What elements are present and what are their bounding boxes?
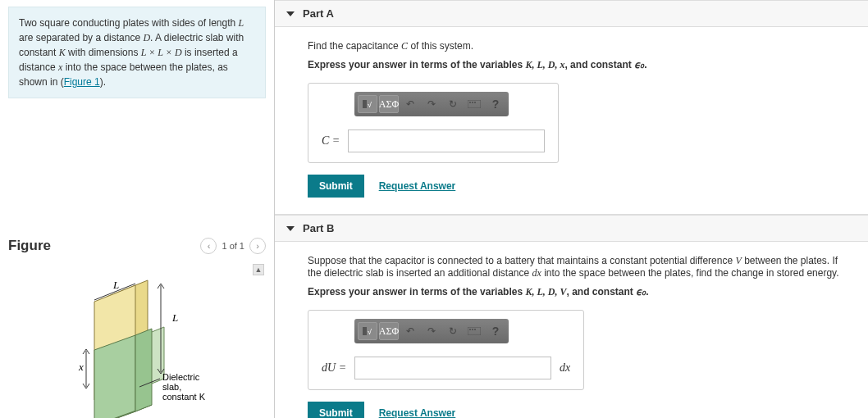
- svg-rect-18: [363, 100, 367, 108]
- part-b-submit-button[interactable]: Submit: [308, 402, 364, 418]
- figure-prev-button[interactable]: ‹: [200, 238, 217, 254]
- template-button[interactable]: √: [358, 95, 377, 113]
- keyboard-button[interactable]: [464, 322, 484, 340]
- figure-image: ▲ ▼ L L x: [8, 264, 266, 418]
- figure-title: Figure: [8, 238, 51, 254]
- greek-button[interactable]: ΑΣΦ: [379, 95, 399, 113]
- svg-marker-5: [135, 329, 152, 411]
- svg-marker-3: [94, 335, 135, 418]
- undo-button[interactable]: ↶: [400, 322, 420, 340]
- svg-rect-26: [468, 327, 481, 335]
- svg-rect-23: [474, 102, 476, 103]
- svg-text:x: x: [78, 361, 84, 373]
- part-a-express: Express your answer in terms of the vari…: [308, 59, 853, 71]
- problem-text: ).: [100, 76, 106, 88]
- part-a-answer-input[interactable]: [348, 129, 545, 152]
- svg-rect-21: [469, 102, 471, 103]
- figure-link[interactable]: Figure 1: [64, 76, 100, 88]
- figure-counter: 1 of 1: [222, 241, 244, 251]
- equation-toolbar: √ ΑΣΦ ↶ ↷ ↻ ?: [354, 319, 509, 343]
- svg-rect-24: [363, 327, 367, 335]
- svg-text:L: L: [112, 279, 119, 291]
- part-b-prompt: Suppose that the capacitor is connected …: [308, 255, 853, 279]
- svg-text:Dielectric: Dielectric: [162, 372, 200, 382]
- svg-rect-27: [469, 329, 471, 330]
- part-a-title: Part A: [303, 7, 334, 20]
- svg-rect-22: [472, 102, 473, 103]
- scroll-up-button[interactable]: ▲: [253, 264, 264, 275]
- part-b-request-answer[interactable]: Request Answer: [379, 407, 456, 418]
- problem-text: Two square conducting plates with sides …: [19, 17, 239, 29]
- problem-statement: Two square conducting plates with sides …: [8, 7, 266, 98]
- part-a-answer-box: √ ΑΣΦ ↶ ↷ ↻ ? C =: [308, 83, 559, 163]
- equation-toolbar: √ ΑΣΦ ↶ ↷ ↻ ?: [354, 92, 509, 116]
- problem-text: are separated by a distance: [19, 32, 143, 43]
- part-a-submit-button[interactable]: Submit: [308, 175, 364, 198]
- var-K: K: [59, 47, 66, 58]
- reset-button[interactable]: ↻: [443, 322, 463, 340]
- equation-suffix: dx: [560, 361, 570, 375]
- svg-text:√: √: [368, 101, 372, 109]
- svg-text:constant K: constant K: [162, 392, 206, 402]
- svg-rect-29: [474, 329, 476, 330]
- equation-lhs: dU =: [322, 361, 346, 375]
- part-a-prompt: Find the capacitance C of this system.: [308, 40, 853, 52]
- caret-down-icon: [286, 226, 295, 231]
- capacitor-diagram: L L x D Dielectric slab, constant K: [16, 272, 230, 418]
- var-L: L: [239, 17, 244, 29]
- part-b-title: Part B: [303, 222, 334, 234]
- reset-button[interactable]: ↻: [443, 95, 463, 113]
- greek-button[interactable]: ΑΣΦ: [379, 322, 399, 340]
- redo-button[interactable]: ↷: [422, 95, 441, 113]
- var-D: D: [143, 32, 150, 43]
- equation-lhs: C =: [322, 134, 340, 148]
- part-a-header[interactable]: Part A: [275, 0, 868, 27]
- var-dims: L × L × D: [141, 47, 182, 58]
- svg-text:√: √: [368, 328, 372, 336]
- template-button[interactable]: √: [358, 322, 377, 340]
- svg-text:L: L: [171, 311, 178, 324]
- redo-button[interactable]: ↷: [422, 322, 441, 340]
- part-b-express: Express your answer in terms of the vari…: [308, 286, 853, 298]
- help-button[interactable]: ?: [486, 95, 505, 113]
- part-a-request-answer[interactable]: Request Answer: [379, 180, 456, 192]
- svg-rect-20: [468, 100, 481, 108]
- svg-rect-28: [472, 329, 473, 330]
- part-b-header[interactable]: Part B: [275, 215, 868, 242]
- undo-button[interactable]: ↶: [400, 95, 420, 113]
- problem-text: with dimensions: [66, 47, 141, 58]
- part-b-answer-box: √ ΑΣΦ ↶ ↷ ↻ ? dU = dx: [308, 310, 584, 390]
- help-button[interactable]: ?: [486, 322, 505, 340]
- figure-next-button[interactable]: ›: [249, 238, 266, 254]
- keyboard-button[interactable]: [464, 95, 484, 113]
- caret-down-icon: [286, 11, 295, 16]
- part-b-answer-input[interactable]: [354, 357, 551, 379]
- svg-text:slab,: slab,: [162, 382, 181, 392]
